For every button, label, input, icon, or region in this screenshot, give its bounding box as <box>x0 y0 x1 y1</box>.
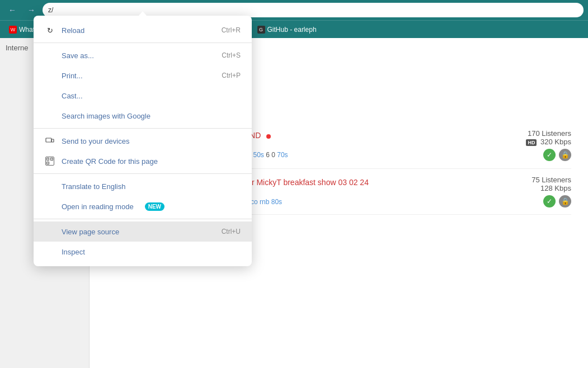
bookmark-label: GitHub - earleph <box>267 26 317 34</box>
menu-item-label: View page source <box>62 228 119 236</box>
hd-badge: HD <box>526 139 537 146</box>
cast-icon <box>45 91 55 101</box>
station-actions: ✓ 🔒 <box>504 149 571 161</box>
menu-item-label: Create QR Code for this page <box>62 157 158 166</box>
menu-item-print[interactable]: Print... Ctrl+P <box>34 65 252 86</box>
svg-rect-9 <box>51 159 52 159</box>
new-badge: NEW <box>145 202 164 211</box>
menu-item-inspect[interactable]: Inspect <box>34 242 252 262</box>
menu-item-label: Search images with Google <box>62 112 150 120</box>
inspect-icon <box>45 247 55 257</box>
station-actions: ✓ 🔒 <box>504 195 571 207</box>
menu-item-label: Reload <box>62 26 84 35</box>
station-meta: 75 Listeners 128 Kbps ✓ 🔒 <box>504 176 571 207</box>
github-icon: G <box>257 26 265 34</box>
menu-item-qr-code[interactable]: Create QR Code for this page <box>34 151 252 171</box>
menu-shortcut: Ctrl+S <box>222 51 241 59</box>
translate-icon <box>45 181 55 191</box>
menu-item-view-source[interactable]: View page source Ctrl+U <box>34 221 252 242</box>
menu-item-label: Cast... <box>62 92 83 100</box>
view-source-icon <box>45 227 55 237</box>
genre-link[interactable]: rnb <box>260 198 269 206</box>
context-menu[interactable]: ↻ Reload Ctrl+R Save as... Ctrl+S Print.… <box>34 16 252 266</box>
lock-icon[interactable]: 🔒 <box>559 149 571 161</box>
bookmark-github[interactable]: G GitHub - earleph <box>253 24 321 35</box>
kbps: 128 Kbps <box>504 184 571 192</box>
menu-divider <box>34 173 252 174</box>
menu-divider <box>34 128 252 129</box>
menu-divider <box>34 43 252 43</box>
menu-arrow <box>139 11 147 16</box>
listeners: 170 Listeners <box>504 129 571 138</box>
menu-item-label: Translate to English <box>62 182 125 191</box>
menu-item-label: Open in reading mode <box>62 202 134 211</box>
genre-link[interactable]: 70s <box>277 151 288 159</box>
back-button[interactable]: ← <box>4 2 20 18</box>
reload-icon: ↻ <box>45 25 55 35</box>
menu-item-label: Inspect <box>62 248 85 256</box>
qr-code-icon <box>45 156 55 166</box>
shield-icon[interactable]: ✓ <box>543 195 556 207</box>
menu-divider <box>34 219 252 219</box>
listeners: 75 Listeners <box>504 176 571 184</box>
address-text: z/ <box>48 6 53 14</box>
save-icon <box>45 50 55 60</box>
genre-link[interactable]: 80s <box>271 198 282 206</box>
menu-item-reload[interactable]: ↻ Reload Ctrl+R <box>34 20 252 40</box>
shield-icon[interactable]: ✓ <box>543 149 556 161</box>
menu-item-cast[interactable]: Cast... <box>34 86 252 106</box>
svg-rect-2 <box>46 138 51 142</box>
menu-item-reading-mode[interactable]: Open in reading mode NEW <box>34 196 252 216</box>
menu-item-search-images[interactable]: Search images with Google <box>34 106 252 126</box>
whatsapp-icon: W <box>9 26 17 34</box>
menu-item-translate[interactable]: Translate to English <box>34 176 252 196</box>
live-dot <box>266 134 271 139</box>
genre-link[interactable]: 50s <box>253 151 264 159</box>
lock-icon[interactable]: 🔒 <box>559 195 571 207</box>
menu-item-send-devices[interactable]: Send to your devices <box>34 131 252 151</box>
search-images-icon <box>45 111 55 121</box>
menu-item-label: Send to your devices <box>62 137 129 145</box>
svg-rect-6 <box>48 159 48 159</box>
menu-item-label: Save as... <box>62 51 94 60</box>
kbps-value: 320 Kbps <box>540 138 571 146</box>
menu-item-save-as[interactable]: Save as... Ctrl+S <box>34 45 252 65</box>
send-devices-icon <box>45 136 55 146</box>
menu-shortcut: Ctrl+R <box>222 26 241 34</box>
genres-numbers: 6 0 <box>266 151 277 159</box>
station-meta: 170 Listeners HD 320 Kbps ✓ 🔒 <box>504 129 571 161</box>
reading-mode-icon <box>45 201 55 211</box>
menu-item-label: Print... <box>62 72 83 80</box>
kbps: HD 320 Kbps <box>504 138 571 146</box>
svg-rect-3 <box>51 139 54 142</box>
svg-rect-12 <box>48 163 48 163</box>
print-icon <box>45 70 55 81</box>
menu-shortcut: Ctrl+U <box>222 228 241 235</box>
menu-shortcut: Ctrl+P <box>222 72 241 79</box>
